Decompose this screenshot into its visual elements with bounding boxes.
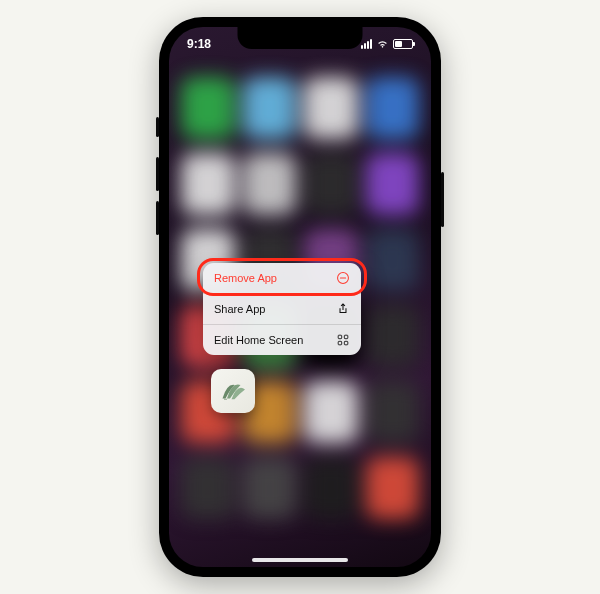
- plant-leaf-icon: [218, 376, 248, 406]
- app-context-menu: Remove App Share App Edit Home Screen: [203, 263, 361, 355]
- notch: [238, 27, 363, 49]
- power-button: [441, 172, 444, 227]
- share-app-menu-item[interactable]: Share App: [203, 294, 361, 325]
- context-menu-card: Remove App Share App Edit Home Screen: [203, 263, 361, 355]
- svg-rect-3: [344, 335, 348, 339]
- menu-item-label: Edit Home Screen: [214, 334, 303, 346]
- edit-grid-icon: [336, 333, 350, 347]
- battery-icon: [393, 39, 413, 49]
- phone-screen: 9:18: [169, 27, 431, 567]
- volume-up-button: [156, 157, 159, 191]
- menu-item-label: Share App: [214, 303, 265, 315]
- svg-rect-5: [344, 341, 348, 345]
- remove-app-menu-item[interactable]: Remove App: [203, 263, 361, 294]
- status-time: 9:18: [187, 37, 211, 51]
- home-indicator[interactable]: [252, 558, 348, 562]
- cellular-signal-icon: [361, 39, 372, 49]
- svg-rect-4: [338, 341, 342, 345]
- volume-down-button: [156, 201, 159, 235]
- selected-app-icon[interactable]: [211, 369, 255, 413]
- edit-home-screen-menu-item[interactable]: Edit Home Screen: [203, 325, 361, 355]
- wifi-icon: [376, 39, 389, 49]
- iphone-device-frame: 9:18: [159, 17, 441, 577]
- share-icon: [336, 302, 350, 316]
- menu-item-label: Remove App: [214, 272, 277, 284]
- status-indicators: [361, 39, 413, 49]
- svg-rect-2: [338, 335, 342, 339]
- remove-circle-icon: [336, 271, 350, 285]
- mute-switch: [156, 117, 159, 137]
